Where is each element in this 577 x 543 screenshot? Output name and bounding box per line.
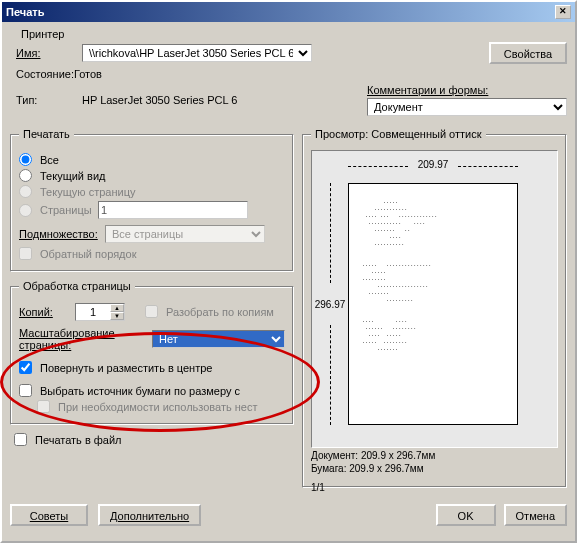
paper-source-label: Выбрать источник бумаги по размеру с	[40, 385, 240, 397]
page-counter: 1/1	[311, 482, 558, 493]
copies-spinner[interactable]: ▲▼	[75, 303, 125, 321]
spin-down-icon[interactable]: ▼	[110, 312, 124, 320]
printer-name-select[interactable]: \\richkova\HP LaserJet 3050 Series PCL 6	[82, 44, 312, 62]
subset-label: Подмножество:	[19, 228, 105, 240]
range-view-label: Текущий вид	[40, 170, 105, 182]
subset-select: Все страницы	[105, 225, 265, 243]
print-to-file-check[interactable]	[14, 433, 27, 446]
paper-source-check[interactable]	[19, 384, 32, 397]
range-pages-label: Страницы	[40, 204, 94, 216]
scaling-select[interactable]: Нет	[152, 330, 285, 348]
custom-paper-label: При необходимости использовать нест	[58, 401, 258, 413]
advanced-button[interactable]: Дополнительно	[98, 504, 201, 526]
range-all-label: Все	[40, 154, 59, 166]
spin-up-icon[interactable]: ▲	[110, 304, 124, 312]
custom-paper-check	[37, 400, 50, 413]
copies-input[interactable]	[76, 304, 110, 320]
reverse-check	[19, 247, 32, 260]
preview-group: Просмотр: Совмещенный оттиск 209.97 296.…	[302, 128, 567, 488]
range-page-label: Текущую страницу	[40, 186, 135, 198]
print-range-group: Печатать Все Текущий вид Текущую страниц…	[10, 128, 294, 272]
print-range-legend: Печатать	[19, 128, 74, 140]
ok-button[interactable]: OK	[436, 504, 496, 526]
collate-check	[145, 305, 158, 318]
copies-label: Копий:	[19, 306, 75, 318]
type-value: HP LaserJet 3050 Series PCL 6	[82, 94, 237, 106]
preview-page: ..... ........... .... ... .............…	[348, 183, 518, 425]
reverse-label: Обратный порядок	[40, 248, 136, 260]
close-icon[interactable]: ✕	[555, 5, 571, 19]
print-to-file-label: Печатать в файл	[35, 434, 122, 446]
comments-label: Комментарии и формы:	[367, 84, 567, 96]
name-label: Имя:	[16, 47, 82, 59]
range-all-radio[interactable]	[19, 153, 32, 166]
scaling-label: Масштабирование страницы:	[19, 327, 152, 351]
print-dialog: Печать ✕ Принтер Имя: \\richkova\HP Lase…	[0, 0, 577, 543]
handling-legend: Обработка страницы	[19, 280, 135, 292]
preview-height: 296.97	[316, 183, 344, 425]
paper-size: Бумага: 209.9 x 296.7мм	[311, 463, 558, 474]
collate-label: Разобрать по копиям	[166, 306, 274, 318]
type-label: Тип:	[16, 94, 82, 106]
preview-width: 209.97	[348, 159, 518, 170]
status-label: Состояние:Готов	[16, 68, 102, 80]
rotate-check[interactable]	[19, 361, 32, 374]
preview-box: 209.97 296.97 ..... ........... .... ...…	[311, 150, 558, 448]
titlebar: Печать ✕	[2, 2, 575, 22]
comments-select[interactable]: Документ	[367, 98, 567, 116]
preview-legend: Просмотр: Совмещенный оттиск	[311, 128, 486, 140]
doc-size: Документ: 209.9 x 296.7мм	[311, 450, 558, 461]
window-title: Печать	[6, 6, 44, 18]
cancel-button[interactable]: Отмена	[504, 504, 567, 526]
printer-section-label: Принтер	[18, 28, 67, 40]
rotate-label: Повернуть и разместить в центре	[40, 362, 212, 374]
range-pages-radio	[19, 204, 32, 217]
properties-button[interactable]: Свойства	[489, 42, 567, 64]
page-handling-group: Обработка страницы Копий: ▲▼ Разобрать п…	[10, 280, 294, 425]
pages-input	[98, 201, 248, 219]
range-view-radio[interactable]	[19, 169, 32, 182]
tips-button[interactable]: Советы	[10, 504, 88, 526]
range-page-radio	[19, 185, 32, 198]
